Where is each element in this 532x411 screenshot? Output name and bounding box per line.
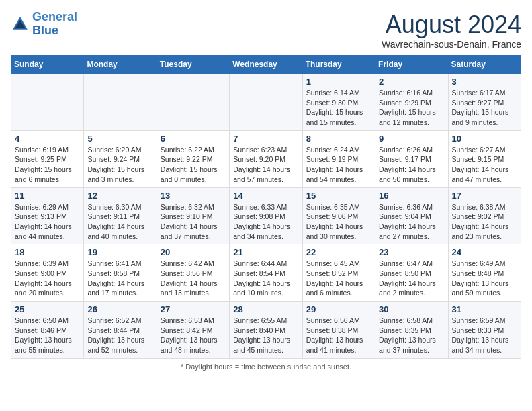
logo-text: General Blue bbox=[32, 11, 77, 38]
day-number: 10 bbox=[452, 134, 517, 144]
day-info: Sunrise: 6:33 AM Sunset: 9:08 PM Dayligh… bbox=[233, 202, 298, 242]
day-number: 24 bbox=[452, 247, 517, 257]
calendar-cell: 13Sunrise: 6:32 AM Sunset: 9:10 PM Dayli… bbox=[157, 187, 229, 244]
day-number: 26 bbox=[87, 304, 152, 314]
day-number: 11 bbox=[15, 191, 80, 201]
day-info: Sunrise: 6:55 AM Sunset: 8:40 PM Dayligh… bbox=[233, 316, 298, 355]
logo: General Blue bbox=[11, 11, 77, 38]
day-info: Sunrise: 6:39 AM Sunset: 9:00 PM Dayligh… bbox=[15, 259, 80, 298]
calendar-cell: 19Sunrise: 6:41 AM Sunset: 8:58 PM Dayli… bbox=[84, 244, 157, 302]
day-info: Sunrise: 6:42 AM Sunset: 8:56 PM Dayligh… bbox=[161, 259, 226, 298]
location: Wavrechain-sous-Denain, France bbox=[382, 39, 521, 50]
day-info: Sunrise: 6:36 AM Sunset: 9:04 PM Dayligh… bbox=[379, 202, 444, 242]
day-number: 1 bbox=[306, 77, 371, 87]
day-number: 3 bbox=[452, 77, 517, 87]
day-info: Sunrise: 6:47 AM Sunset: 8:50 PM Dayligh… bbox=[379, 259, 444, 298]
calendar-table: SundayMondayTuesdayWednesdayThursdayFrid… bbox=[11, 55, 521, 359]
day-info: Sunrise: 6:16 AM Sunset: 9:29 PM Dayligh… bbox=[379, 88, 444, 128]
day-number: 29 bbox=[306, 304, 371, 314]
day-info: Sunrise: 6:27 AM Sunset: 9:15 PM Dayligh… bbox=[452, 145, 517, 185]
page-header: General Blue August 2024 Wavrechain-sous… bbox=[11, 11, 521, 50]
calendar-cell: 31Sunrise: 6:59 AM Sunset: 8:33 PM Dayli… bbox=[448, 302, 521, 359]
day-info: Sunrise: 6:23 AM Sunset: 9:20 PM Dayligh… bbox=[233, 145, 298, 185]
day-info: Sunrise: 6:17 AM Sunset: 9:27 PM Dayligh… bbox=[452, 88, 517, 128]
col-header-saturday: Saturday bbox=[448, 56, 521, 74]
calendar-cell: 23Sunrise: 6:47 AM Sunset: 8:50 PM Dayli… bbox=[375, 244, 448, 302]
calendar-cell: 2Sunrise: 6:16 AM Sunset: 9:29 PM Daylig… bbox=[375, 74, 448, 131]
calendar-cell: 9Sunrise: 6:26 AM Sunset: 9:17 PM Daylig… bbox=[375, 130, 448, 187]
day-number: 25 bbox=[15, 304, 80, 314]
calendar-cell: 3Sunrise: 6:17 AM Sunset: 9:27 PM Daylig… bbox=[448, 74, 521, 131]
day-number: 9 bbox=[379, 134, 444, 144]
col-header-friday: Friday bbox=[375, 56, 448, 74]
calendar-cell: 20Sunrise: 6:42 AM Sunset: 8:56 PM Dayli… bbox=[157, 244, 229, 302]
calendar-cell: 21Sunrise: 6:44 AM Sunset: 8:54 PM Dayli… bbox=[230, 244, 302, 302]
day-info: Sunrise: 6:35 AM Sunset: 9:06 PM Dayligh… bbox=[306, 202, 371, 242]
calendar-cell: 22Sunrise: 6:45 AM Sunset: 8:52 PM Dayli… bbox=[302, 244, 375, 302]
calendar-cell: 30Sunrise: 6:58 AM Sunset: 8:35 PM Dayli… bbox=[375, 302, 448, 359]
calendar-cell: 28Sunrise: 6:55 AM Sunset: 8:40 PM Dayli… bbox=[230, 302, 302, 359]
day-info: Sunrise: 6:32 AM Sunset: 9:10 PM Dayligh… bbox=[161, 202, 226, 242]
calendar-cell: 26Sunrise: 6:52 AM Sunset: 8:44 PM Dayli… bbox=[84, 302, 157, 359]
day-number: 15 bbox=[306, 191, 371, 201]
calendar-cell: 25Sunrise: 6:50 AM Sunset: 8:46 PM Dayli… bbox=[11, 302, 84, 359]
day-info: Sunrise: 6:52 AM Sunset: 8:44 PM Dayligh… bbox=[87, 316, 152, 355]
calendar-header-row: SundayMondayTuesdayWednesdayThursdayFrid… bbox=[11, 56, 521, 74]
week-row-1: 1Sunrise: 6:14 AM Sunset: 9:30 PM Daylig… bbox=[11, 74, 521, 131]
calendar-cell: 17Sunrise: 6:38 AM Sunset: 9:02 PM Dayli… bbox=[448, 187, 521, 244]
day-number: 27 bbox=[161, 304, 226, 314]
calendar-cell: 11Sunrise: 6:29 AM Sunset: 9:13 PM Dayli… bbox=[11, 187, 84, 244]
day-info: Sunrise: 6:38 AM Sunset: 9:02 PM Dayligh… bbox=[452, 202, 517, 242]
day-info: Sunrise: 6:29 AM Sunset: 9:13 PM Dayligh… bbox=[15, 202, 80, 242]
day-info: Sunrise: 6:44 AM Sunset: 8:54 PM Dayligh… bbox=[233, 259, 298, 298]
day-info: Sunrise: 6:45 AM Sunset: 8:52 PM Dayligh… bbox=[306, 259, 371, 298]
calendar-cell: 1Sunrise: 6:14 AM Sunset: 9:30 PM Daylig… bbox=[302, 74, 375, 131]
calendar-cell: 29Sunrise: 6:56 AM Sunset: 8:38 PM Dayli… bbox=[302, 302, 375, 359]
day-info: Sunrise: 6:19 AM Sunset: 9:25 PM Dayligh… bbox=[15, 145, 80, 185]
calendar-cell: 10Sunrise: 6:27 AM Sunset: 9:15 PM Dayli… bbox=[448, 130, 521, 187]
logo-icon bbox=[11, 15, 30, 34]
day-number: 4 bbox=[15, 134, 80, 144]
day-number: 2 bbox=[379, 77, 444, 87]
week-row-4: 18Sunrise: 6:39 AM Sunset: 9:00 PM Dayli… bbox=[11, 244, 521, 302]
day-number: 22 bbox=[306, 247, 371, 257]
calendar-cell bbox=[157, 74, 229, 131]
calendar-cell: 18Sunrise: 6:39 AM Sunset: 9:00 PM Dayli… bbox=[11, 244, 84, 302]
day-number: 21 bbox=[233, 247, 298, 257]
day-info: Sunrise: 6:50 AM Sunset: 8:46 PM Dayligh… bbox=[15, 316, 80, 355]
day-number: 31 bbox=[452, 304, 517, 314]
day-info: Sunrise: 6:26 AM Sunset: 9:17 PM Dayligh… bbox=[379, 145, 444, 185]
calendar-cell: 5Sunrise: 6:20 AM Sunset: 9:24 PM Daylig… bbox=[84, 130, 157, 187]
day-number: 23 bbox=[379, 247, 444, 257]
calendar-cell: 8Sunrise: 6:24 AM Sunset: 9:19 PM Daylig… bbox=[302, 130, 375, 187]
calendar-cell bbox=[11, 74, 84, 131]
col-header-tuesday: Tuesday bbox=[157, 56, 229, 74]
day-info: Sunrise: 6:14 AM Sunset: 9:30 PM Dayligh… bbox=[306, 88, 371, 128]
day-info: Sunrise: 6:41 AM Sunset: 8:58 PM Dayligh… bbox=[87, 259, 152, 298]
day-number: 30 bbox=[379, 304, 444, 314]
calendar-cell: 4Sunrise: 6:19 AM Sunset: 9:25 PM Daylig… bbox=[11, 130, 84, 187]
calendar-cell bbox=[84, 74, 157, 131]
day-number: 6 bbox=[161, 134, 226, 144]
title-block: August 2024 Wavrechain-sous-Denain, Fran… bbox=[382, 11, 521, 50]
calendar-cell: 15Sunrise: 6:35 AM Sunset: 9:06 PM Dayli… bbox=[302, 187, 375, 244]
day-info: Sunrise: 6:22 AM Sunset: 9:22 PM Dayligh… bbox=[161, 145, 226, 185]
day-info: Sunrise: 6:20 AM Sunset: 9:24 PM Dayligh… bbox=[87, 145, 152, 185]
day-number: 28 bbox=[233, 304, 298, 314]
col-header-thursday: Thursday bbox=[302, 56, 375, 74]
day-number: 20 bbox=[161, 247, 226, 257]
calendar-cell: 6Sunrise: 6:22 AM Sunset: 9:22 PM Daylig… bbox=[157, 130, 229, 187]
day-number: 8 bbox=[306, 134, 371, 144]
month-title: August 2024 bbox=[382, 11, 521, 39]
day-number: 7 bbox=[233, 134, 298, 144]
calendar-cell: 27Sunrise: 6:53 AM Sunset: 8:42 PM Dayli… bbox=[157, 302, 229, 359]
day-number: 5 bbox=[87, 134, 152, 144]
calendar-cell bbox=[230, 74, 302, 131]
calendar-cell: 14Sunrise: 6:33 AM Sunset: 9:08 PM Dayli… bbox=[230, 187, 302, 244]
day-info: Sunrise: 6:49 AM Sunset: 8:48 PM Dayligh… bbox=[452, 259, 517, 298]
day-info: Sunrise: 6:24 AM Sunset: 9:19 PM Dayligh… bbox=[306, 145, 371, 185]
day-number: 12 bbox=[87, 191, 152, 201]
calendar-cell: 24Sunrise: 6:49 AM Sunset: 8:48 PM Dayli… bbox=[448, 244, 521, 302]
day-number: 17 bbox=[452, 191, 517, 201]
footer-note-text: Daylight hours bbox=[185, 363, 232, 371]
